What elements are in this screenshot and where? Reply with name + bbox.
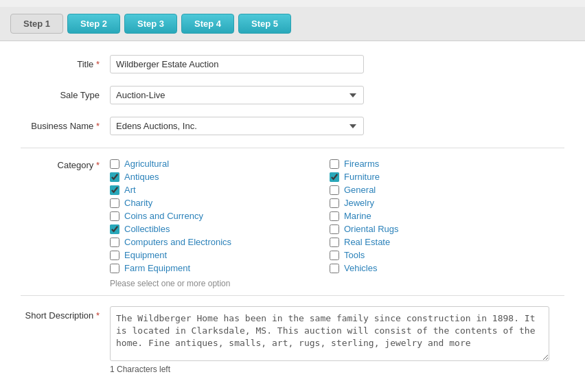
category-col-left: AgriculturalAntiquesArtCharityCoins and … (110, 159, 330, 276)
category-item-tools: Tools (330, 250, 549, 260)
category-columns: AgriculturalAntiquesArtCharityCoins and … (110, 159, 549, 276)
checkbox-label-tools[interactable]: Tools (344, 250, 365, 260)
desc-wrapper: 1 Characters left (110, 306, 549, 374)
checkbox-realestate[interactable] (330, 238, 339, 247)
checkbox-label-realestate[interactable]: Real Estate (344, 237, 390, 247)
category-item-agricultural: Agricultural (110, 159, 330, 169)
checkbox-label-charity[interactable]: Charity (124, 198, 152, 208)
category-item-marine: Marine (330, 211, 549, 221)
checkbox-label-oriental[interactable]: Oriental Rugs (344, 224, 398, 234)
checkbox-label-jewelry[interactable]: Jewelry (344, 198, 374, 208)
category-hint: Please select one or more option (110, 279, 549, 288)
step-3-button[interactable]: Step 3 (124, 14, 177, 34)
checkbox-jewelry[interactable] (330, 198, 339, 208)
checkbox-agricultural[interactable] (110, 159, 119, 169)
steps-bar: Step 1Step 2Step 3Step 4Step 5 (0, 7, 585, 41)
title-row: Title * (21, 55, 564, 73)
form-area: Title * Sale Type Auction-Live Auction-O… (0, 41, 585, 392)
checkbox-label-general[interactable]: General (344, 185, 376, 195)
checkbox-firearms[interactable] (330, 159, 339, 169)
category-item-equipment: Equipment (110, 250, 330, 260)
category-item-charity: Charity (110, 198, 330, 208)
chars-left: 1 Characters left (110, 365, 549, 374)
category-item-general: General (330, 185, 549, 195)
checkbox-label-marine[interactable]: Marine (344, 211, 371, 221)
checkbox-collectibles[interactable] (110, 224, 119, 234)
checkbox-marine[interactable] (330, 211, 339, 221)
category-item-jewelry: Jewelry (330, 198, 549, 208)
checkbox-label-furniture[interactable]: Furniture (344, 172, 380, 182)
divider-1 (21, 148, 564, 148)
checkbox-coins[interactable] (110, 211, 119, 221)
checkbox-art[interactable] (110, 185, 119, 195)
sale-type-row: Sale Type Auction-Live Auction-Online Es… (21, 86, 564, 104)
step-5-button[interactable]: Step 5 (238, 14, 291, 34)
checkbox-general[interactable] (330, 185, 339, 195)
checkbox-equipment[interactable] (110, 251, 119, 260)
category-item-art: Art (110, 185, 330, 195)
checkbox-label-firearms[interactable]: Firearms (344, 159, 379, 169)
short-desc-row: Short Description * 1 Characters left (21, 306, 564, 374)
checkbox-label-coins[interactable]: Coins and Currency (124, 211, 203, 221)
category-label: Category * (21, 159, 110, 170)
category-item-furniture: Furniture (330, 172, 549, 182)
page-container: Step 1Step 2Step 3Step 4Step 5 Title * S… (0, 0, 585, 392)
step-4-button[interactable]: Step 4 (181, 14, 234, 34)
step-1-button[interactable]: Step 1 (10, 14, 63, 34)
category-content: AgriculturalAntiquesArtCharityCoins and … (110, 159, 549, 288)
checkbox-farm[interactable] (110, 264, 119, 273)
category-row: Category * AgriculturalAntiquesArtCharit… (21, 159, 564, 288)
category-item-realestate: Real Estate (330, 237, 549, 247)
checkbox-label-computers[interactable]: Computers and Electronics (124, 237, 231, 247)
category-item-computers: Computers and Electronics (110, 237, 330, 247)
checkbox-oriental[interactable] (330, 224, 339, 234)
category-item-oriental: Oriental Rugs (330, 224, 549, 234)
category-item-collectibles: Collectibles (110, 224, 330, 234)
short-desc-label: Short Description * (21, 306, 110, 321)
divider-2 (21, 295, 564, 296)
title-input[interactable] (110, 55, 364, 73)
checkbox-charity[interactable] (110, 198, 119, 208)
checkbox-vehicles[interactable] (330, 264, 339, 273)
checkbox-label-art[interactable]: Art (124, 185, 136, 195)
category-item-coins: Coins and Currency (110, 211, 330, 221)
checkbox-computers[interactable] (110, 238, 119, 247)
checkbox-label-collectibles[interactable]: Collectibles (124, 224, 170, 234)
checkbox-furniture[interactable] (330, 172, 339, 182)
checkbox-label-antiques[interactable]: Antiques (124, 172, 159, 182)
business-name-row: Business Name * Edens Auctions, Inc. (21, 117, 564, 135)
sale-type-select[interactable]: Auction-Live Auction-Online Estate Sale … (110, 86, 364, 104)
business-name-label: Business Name * (21, 117, 110, 131)
category-item-antiques: Antiques (110, 172, 330, 182)
checkbox-label-farm[interactable]: Farm Equipment (124, 263, 190, 273)
checkbox-tools[interactable] (330, 251, 339, 260)
business-name-select[interactable]: Edens Auctions, Inc. (110, 117, 364, 135)
title-label: Title * (21, 55, 110, 69)
short-desc-textarea[interactable] (110, 306, 549, 361)
step-2-button[interactable]: Step 2 (67, 14, 120, 34)
checkbox-label-equipment[interactable]: Equipment (124, 250, 167, 260)
checkbox-label-agricultural[interactable]: Agricultural (124, 159, 169, 169)
category-item-farm: Farm Equipment (110, 263, 330, 273)
checkbox-label-vehicles[interactable]: Vehicles (344, 263, 377, 273)
checkbox-antiques[interactable] (110, 172, 119, 182)
category-item-firearms: Firearms (330, 159, 549, 169)
category-item-vehicles: Vehicles (330, 263, 549, 273)
sale-type-label: Sale Type (21, 86, 110, 100)
category-col-right: FirearmsFurnitureGeneralJewelryMarineOri… (330, 159, 549, 276)
